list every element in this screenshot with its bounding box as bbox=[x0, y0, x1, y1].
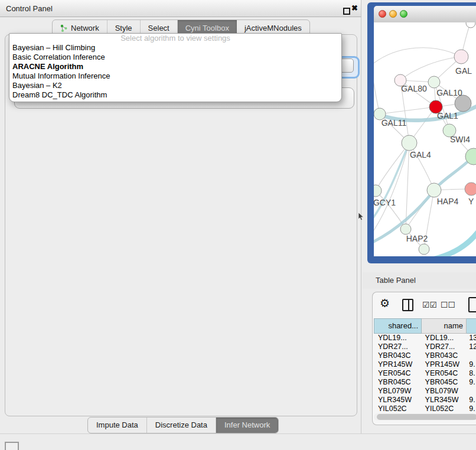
minimize-traffic-light[interactable] bbox=[389, 10, 397, 18]
network-canvas[interactable]: GALGAL80GAL10GAL1GAL11SWI4GAL4GCY1HAP4YH… bbox=[374, 22, 476, 256]
table-cell: YPR145W bbox=[421, 360, 465, 369]
network-edge bbox=[380, 107, 436, 114]
export-table-icon[interactable] bbox=[468, 297, 476, 312]
network-node-y[interactable] bbox=[465, 182, 476, 195]
network-edge bbox=[374, 48, 461, 65]
node-label-gal: GAL bbox=[455, 66, 472, 76]
dropdown-item-basic-correlation-inference[interactable]: Basic Correlation Inference bbox=[9, 53, 341, 62]
network-node[interactable] bbox=[466, 22, 475, 28]
table-row[interactable]: YBR043CYBR043C bbox=[374, 351, 476, 360]
table-cell: YBR045C bbox=[374, 378, 421, 387]
table-row[interactable]: YDL19...YDL19...13 bbox=[374, 334, 476, 343]
column-header-2[interactable] bbox=[467, 318, 476, 334]
node-label-gcy1: GCY1 bbox=[374, 198, 396, 207]
table-cell: 9. bbox=[465, 378, 476, 387]
table-cell bbox=[465, 351, 476, 360]
network-node[interactable] bbox=[419, 244, 429, 255]
table-row[interactable]: YLR345WYLR345W9. bbox=[374, 396, 476, 405]
close-icon[interactable]: ✖ bbox=[351, 4, 358, 12]
dropdown-item-dream8-dc-tdc-algorithm[interactable]: Dream8 DC_TDC Algorithm bbox=[9, 90, 341, 100]
table-row[interactable]: YER054CYER054C8. bbox=[374, 369, 476, 378]
table-cell: YLR345W bbox=[374, 396, 421, 405]
select-all-checkboxes-icon[interactable]: ☑☑ bbox=[422, 300, 437, 309]
zoom-traffic-light[interactable] bbox=[400, 10, 407, 18]
node-label-gal4: GAL4 bbox=[410, 150, 431, 159]
columns-icon[interactable] bbox=[402, 299, 413, 311]
node-label-hap2: HAP2 bbox=[406, 234, 428, 243]
node-label-gal10: GAL10 bbox=[436, 88, 462, 97]
network-node-gal10[interactable] bbox=[428, 76, 440, 88]
table-cell: YBL079W bbox=[374, 387, 421, 396]
algorithm-dropdown-list: Select algorithm to view settings Bayesi… bbox=[9, 33, 342, 102]
table-panel-body: ⚙ ☑☑ ☐☐ shared...name YDL19...YDL19...13… bbox=[372, 292, 476, 425]
panel-title: Control Panel bbox=[6, 4, 53, 13]
table-cell: YPR145W bbox=[374, 360, 421, 369]
tab-discretize-data[interactable]: Discretize Data bbox=[147, 418, 216, 433]
node-label-hap4: HAP4 bbox=[437, 197, 459, 206]
network-window-titlebar[interactable] bbox=[374, 6, 476, 23]
table-cell: YDL19... bbox=[421, 334, 465, 343]
app-root: Control Panel ✖ NetworkStyleSelectCyni T… bbox=[0, 0, 476, 450]
network-node-hap2[interactable] bbox=[400, 224, 411, 234]
table-row[interactable]: YIL052CYIL052C9. bbox=[374, 405, 476, 413]
scrollbar-thumb[interactable] bbox=[377, 414, 476, 420]
network-node-gcy1[interactable] bbox=[374, 185, 382, 197]
dropdown-item-bayesian-hill-climbing[interactable]: Bayesian – Hill Climbing bbox=[9, 43, 341, 53]
gear-icon[interactable]: ⚙ bbox=[380, 297, 390, 310]
table-cell: 8. bbox=[465, 369, 476, 378]
table-panel-header: Table Panel bbox=[363, 272, 476, 289]
table-cell: YLR345W bbox=[421, 396, 465, 405]
table-cell: YBR043C bbox=[374, 351, 421, 360]
table-row[interactable]: YDR27...YDR27...12 bbox=[374, 343, 476, 351]
table-row[interactable]: YPR145WYPR145W9. bbox=[374, 360, 476, 369]
table-panel-title: Table Panel bbox=[376, 276, 416, 285]
column-header-name[interactable]: name bbox=[422, 318, 467, 334]
tab-label: Select bbox=[148, 24, 169, 32]
table-rows: YDL19...YDL19...13YDR27...YDR27...12YBR0… bbox=[374, 334, 476, 413]
cyni-bottom-tabbar: Impute DataDiscretize DataInfer Network bbox=[87, 417, 279, 433]
node-label-gal80: GAL80 bbox=[401, 84, 427, 93]
column-header-shared[interactable]: shared... bbox=[374, 318, 422, 334]
tab-impute-data[interactable]: Impute Data bbox=[88, 418, 147, 433]
dropdown-item-mutual-information-inference[interactable]: Mutual Information Inference bbox=[9, 71, 341, 81]
table-cell: 13 bbox=[465, 334, 476, 343]
network-node-gal4[interactable] bbox=[402, 135, 417, 151]
table-cell: YBR043C bbox=[421, 351, 465, 360]
close-traffic-light[interactable] bbox=[379, 10, 386, 18]
network-node-hap4[interactable] bbox=[427, 183, 441, 197]
table-cell: 12 bbox=[465, 343, 476, 351]
table-cell: YDR27... bbox=[374, 343, 421, 351]
network-edge bbox=[400, 57, 461, 80]
network-edge bbox=[431, 229, 476, 256]
dropdown-items: Bayesian – Hill ClimbingBasic Correlatio… bbox=[9, 43, 341, 100]
node-label-gal1: GAL1 bbox=[437, 111, 458, 120]
table-horizontal-scrollbar[interactable] bbox=[374, 413, 475, 420]
tab-infer-network[interactable]: Infer Network bbox=[216, 418, 278, 433]
network-node[interactable] bbox=[455, 95, 471, 112]
tab-label: Network bbox=[71, 24, 99, 32]
table-row[interactable]: YBL079WYBL079W bbox=[374, 387, 476, 396]
table-cell: YBL079W bbox=[421, 387, 465, 396]
table-cell: YDR27... bbox=[421, 343, 465, 351]
table-cell: YER054C bbox=[374, 369, 421, 378]
table-cell: YIL052C bbox=[374, 405, 421, 413]
dropdown-item-bayesian-k2[interactable]: Bayesian – K2 bbox=[9, 81, 341, 90]
tab-label: Cyni Toolbox bbox=[185, 24, 229, 32]
table-row[interactable]: YBR045CYBR045C9. bbox=[374, 378, 476, 387]
table-cell: 9. bbox=[465, 405, 476, 413]
dropdown-item-aracne-algorithm[interactable]: ARACNE Algorithm bbox=[9, 62, 341, 71]
network-node-gal[interactable] bbox=[454, 50, 468, 64]
float-panel-icon[interactable] bbox=[343, 8, 350, 15]
window-divider bbox=[0, 433, 476, 434]
table-cell: YER054C bbox=[421, 369, 465, 378]
table-cell: 9. bbox=[465, 360, 476, 369]
network-edge bbox=[374, 70, 380, 114]
table-header-row: shared...name bbox=[374, 318, 476, 334]
control-panel-titlebar: Control Panel ✖ bbox=[0, 0, 361, 17]
tab-label: Style bbox=[115, 24, 132, 32]
mouse-cursor bbox=[358, 213, 365, 221]
dock-corner-icon[interactable] bbox=[5, 442, 19, 450]
node-label-swi4: SWI4 bbox=[450, 135, 470, 144]
deselect-all-checkboxes-icon[interactable]: ☐☐ bbox=[441, 300, 455, 309]
network-icon bbox=[60, 24, 68, 32]
